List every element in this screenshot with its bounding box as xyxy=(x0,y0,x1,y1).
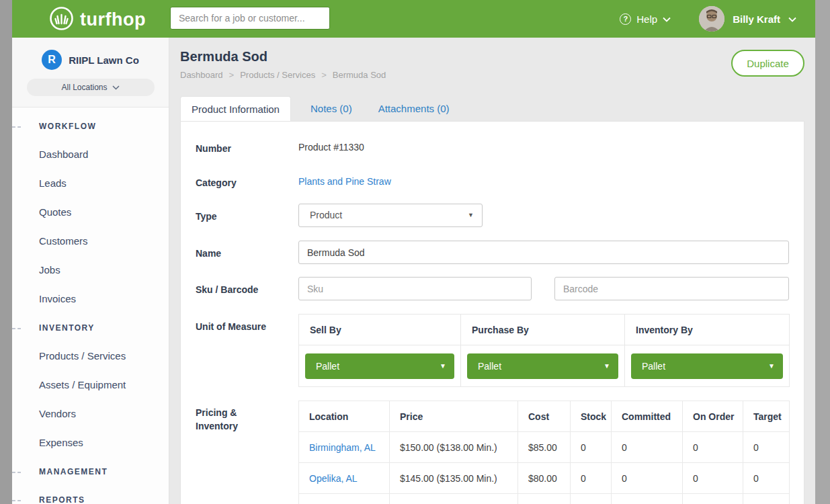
user-avatar[interactable] xyxy=(699,6,724,32)
category-link[interactable]: Plants and Pine Straw xyxy=(298,176,391,187)
breadcrumb: Dashboard > Products / Services > Bermud… xyxy=(180,70,386,80)
sidebar-item-assets-equipment[interactable]: Assets / Equipment xyxy=(12,370,169,399)
name-input[interactable] xyxy=(298,241,789,264)
inventory-by-value: Pallet xyxy=(642,361,665,372)
col-cost: Cost xyxy=(518,401,571,432)
location-link[interactable]: Opelika, AL xyxy=(309,473,358,484)
tab-product-information[interactable]: Product Information xyxy=(180,96,291,121)
committed-cell xyxy=(612,494,683,504)
table-row: Birmingham, AL $150.00 ($138.00 Min.) $8… xyxy=(299,432,790,463)
caret-down-icon: ▼ xyxy=(768,353,775,379)
sidebar-item-quotes[interactable]: Quotes xyxy=(12,198,169,226)
location-filter-label: All Locations xyxy=(61,83,107,92)
sidebar-item-products-services[interactable]: Products / Services xyxy=(12,341,169,370)
window-scrollbar[interactable] xyxy=(815,0,830,504)
purchase-by-value: Pallet xyxy=(478,361,501,372)
committed-cell: 0 xyxy=(612,432,683,463)
sell-by-dropdown[interactable]: Pallet ▼ xyxy=(305,353,454,379)
window-edge-left xyxy=(0,0,12,504)
chevron-down-icon xyxy=(663,13,671,25)
on-order-cell xyxy=(683,494,743,504)
price-cell: $150.00 ($138.00 Min.) xyxy=(390,432,518,463)
unit-of-measure-table: Sell By Purchase By Inventory By Pallet … xyxy=(298,314,790,387)
nav-section-reports[interactable]: REPORTS xyxy=(12,485,169,504)
sidebar-item-customers[interactable]: Customers xyxy=(12,226,169,255)
turfhop-grass-icon xyxy=(49,6,74,34)
main-content: Bermuda Sod Dashboard > Products / Servi… xyxy=(169,38,815,504)
uom-header-sell-by: Sell By xyxy=(299,314,461,345)
col-target: Target xyxy=(743,401,790,432)
turfhop-logo[interactable]: turfhop xyxy=(49,6,146,34)
breadcrumb-separator: > xyxy=(229,70,235,80)
nav-section-workflow: WORKFLOW xyxy=(12,112,169,140)
sidebar-nav: WORKFLOW Dashboard Leads Quotes Customer… xyxy=(12,108,169,504)
help-menu[interactable]: ? Help xyxy=(620,13,671,25)
sell-by-value: Pallet xyxy=(316,361,339,372)
category-label: Category xyxy=(196,176,237,190)
pricing-inventory-label: Pricing & Inventory xyxy=(196,406,238,433)
table-row: Opelika, AL $145.00 ($135.00 Min.) $80.0… xyxy=(299,463,790,494)
uom-header-inventory-by: Inventory By xyxy=(625,314,790,345)
sidebar-item-leads[interactable]: Leads xyxy=(12,169,169,198)
col-stock: Stock xyxy=(571,401,612,432)
target-cell: 0 xyxy=(743,463,790,494)
purchase-by-dropdown[interactable]: Pallet ▼ xyxy=(467,353,618,379)
number-label: Number xyxy=(196,142,231,155)
on-order-cell: 0 xyxy=(683,432,743,463)
price-cell: $145.00 ($135.00 Min.) xyxy=(390,494,518,504)
col-location: Location xyxy=(299,401,390,432)
sku-input[interactable] xyxy=(298,277,532,300)
caret-down-icon: ▼ xyxy=(440,353,446,379)
tab-attachments[interactable]: Attachments (0) xyxy=(372,96,456,121)
user-name[interactable]: Billy Kraft xyxy=(733,13,780,25)
sidebar-item-invoices[interactable]: Invoices xyxy=(12,284,169,313)
caret-down-icon: ▼ xyxy=(468,204,474,226)
chevron-down-icon[interactable] xyxy=(788,13,796,25)
top-navbar: turfhop ? Help Billy Kraft xyxy=(12,0,815,38)
stock-cell: 0 xyxy=(571,432,612,463)
number-value: Product #11330 xyxy=(298,142,364,153)
sku-barcode-label: Sku / Barcode xyxy=(196,283,258,296)
inventory-by-dropdown[interactable]: Pallet ▼ xyxy=(631,353,783,379)
cost-cell: $80.00 xyxy=(518,463,571,494)
breadcrumb-dashboard[interactable]: Dashboard xyxy=(180,70,223,80)
location-link[interactable]: Birmingham, AL xyxy=(309,442,376,453)
sidebar-company-panel: R RIIPL Lawn Co All Locations xyxy=(12,38,169,108)
breadcrumb-separator: > xyxy=(321,70,327,80)
price-cell: $145.00 ($135.00 Min.) xyxy=(390,463,518,494)
tab-bar: Product Information Notes (0) Attachment… xyxy=(180,96,456,121)
pricing-inventory-table: Location Price Cost Stock Committed On O… xyxy=(298,401,790,504)
sidebar-item-vendors[interactable]: Vendors xyxy=(12,399,169,428)
nav-section-inventory: INVENTORY xyxy=(12,313,169,341)
barcode-input[interactable] xyxy=(554,277,789,300)
chevron-down-icon xyxy=(112,83,120,92)
target-cell xyxy=(743,494,790,504)
help-icon: ? xyxy=(620,13,631,25)
cost-cell: $80.00 xyxy=(518,494,571,504)
name-label: Name xyxy=(196,247,221,260)
nav-section-management[interactable]: MANAGEMENT xyxy=(12,457,169,485)
type-label: Type xyxy=(196,210,217,223)
page-title: Bermuda Sod xyxy=(180,49,267,65)
stock-cell: 0 xyxy=(571,463,612,494)
on-order-cell: 0 xyxy=(683,463,743,494)
sidebar-item-expenses[interactable]: Expenses xyxy=(12,428,169,457)
type-select[interactable]: Product ▼ xyxy=(298,204,483,227)
type-select-value: Product xyxy=(310,210,342,220)
search-input[interactable] xyxy=(170,7,330,30)
tab-notes[interactable]: Notes (0) xyxy=(304,96,359,121)
sidebar-item-jobs[interactable]: Jobs xyxy=(12,255,169,284)
caret-down-icon: ▼ xyxy=(604,353,610,379)
help-label: Help xyxy=(636,13,657,25)
company-logo-icon: R xyxy=(42,50,62,70)
cost-cell: $85.00 xyxy=(518,432,571,463)
committed-cell: 0 xyxy=(612,463,683,494)
duplicate-button[interactable]: Duplicate xyxy=(731,50,804,77)
table-row-partial: $145.00 ($135.00 Min.) $80.00 xyxy=(299,494,790,504)
sidebar: R RIIPL Lawn Co All Locations WORKFLOW D… xyxy=(12,38,169,504)
unit-of-measure-label: Unit of Measure xyxy=(196,320,266,333)
location-filter-dropdown[interactable]: All Locations xyxy=(27,79,155,96)
breadcrumb-products-services[interactable]: Products / Services xyxy=(240,70,315,80)
sidebar-item-dashboard[interactable]: Dashboard xyxy=(12,140,169,169)
product-information-panel: Number Product #11330 Category Plants an… xyxy=(180,121,804,504)
